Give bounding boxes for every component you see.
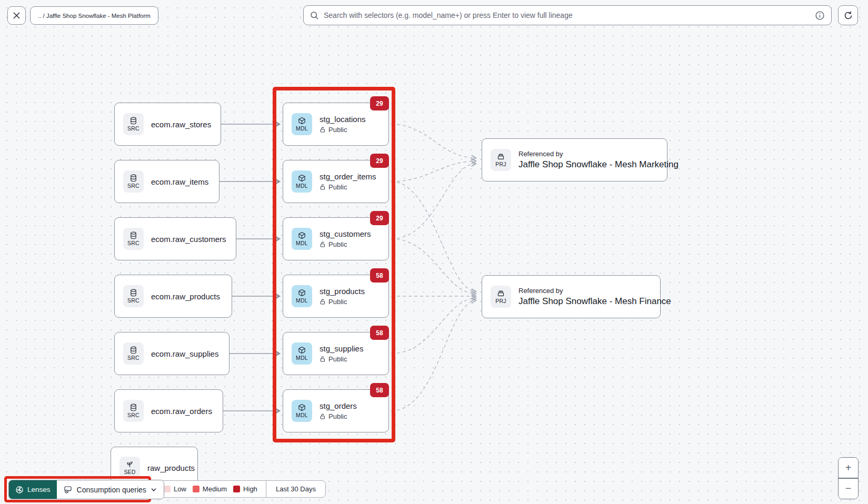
lock-open-icon: [320, 126, 326, 133]
legend-item-medium: Medium: [193, 485, 227, 493]
referenced-by-label: Referenced by: [518, 150, 679, 158]
lenses-button[interactable]: Lenses: [9, 480, 57, 499]
node-stg-customers[interactable]: 29 MDL stg_customers Public: [283, 217, 389, 260]
node-label: stg_locations: [320, 115, 366, 124]
project-icon: [497, 153, 505, 160]
resource-type-tile: SRC: [123, 285, 144, 307]
zoom-in-button[interactable]: +: [839, 458, 858, 478]
node-label: ecom.raw_products: [151, 292, 220, 301]
access-row: Public: [320, 412, 357, 420]
consumption-count-badge: 58: [370, 383, 389, 397]
resource-type-tile: MDL: [292, 228, 312, 250]
node-label: ecom.raw_supplies: [151, 349, 218, 358]
legend-item-low: Low: [164, 485, 186, 493]
model-cube-icon: [298, 289, 306, 297]
model-cube-icon: [298, 231, 306, 239]
node-label: ecom.raw_orders: [151, 407, 212, 416]
consumption-legend: Low Medium High Last 30 Days: [155, 480, 326, 498]
access-row: Public: [320, 355, 363, 363]
zoom-controls: + −: [838, 457, 859, 499]
node-ecom-raw-customers[interactable]: SRC ecom.raw_customers: [114, 217, 236, 260]
node-label: ecom.raw_stores: [151, 120, 211, 129]
resource-type-tile: SRC: [123, 170, 144, 193]
medium-swatch: [193, 486, 199, 492]
lock-open-icon: [320, 184, 326, 190]
resource-type-tile: SRC: [123, 228, 144, 250]
node-label: stg_supplies: [320, 344, 363, 353]
node-stg-order-items[interactable]: 29 MDL stg_order_items Public: [283, 160, 389, 203]
info-icon[interactable]: [815, 11, 825, 21]
access-row: Public: [320, 126, 366, 134]
resource-type-tile: PRJ: [491, 149, 511, 171]
node-label: raw_products: [147, 463, 195, 472]
resource-type-tile: MDL: [292, 170, 312, 193]
resource-type-tile: MDL: [292, 342, 312, 365]
database-icon: [129, 174, 137, 182]
node-ecom-raw-orders[interactable]: SRC ecom.raw_orders: [114, 389, 223, 432]
refresh-icon: [843, 11, 853, 21]
node-label: stg_products: [320, 287, 365, 296]
chevron-down-icon: [151, 487, 157, 493]
resource-type-tile: SRC: [123, 400, 144, 422]
lineage-app: { "topbar": { "breadcrumb": ".. / Jaffle…: [0, 0, 868, 504]
close-button[interactable]: [7, 6, 26, 25]
project-icon: [497, 289, 505, 297]
database-icon: [129, 289, 137, 297]
resource-type-tile: MDL: [292, 400, 312, 422]
search-input[interactable]: [324, 11, 810, 19]
low-swatch: [164, 486, 171, 492]
legend-items: Low Medium High: [155, 481, 266, 497]
node-stg-supplies[interactable]: 58 MDL stg_supplies Public: [283, 332, 389, 375]
resource-type-tile: SED: [119, 457, 140, 479]
node-stg-locations[interactable]: 29 MDL stg_locations Public: [283, 103, 389, 146]
access-row: Public: [320, 240, 371, 248]
node-ecom-raw-products[interactable]: SRC ecom.raw_products: [114, 275, 232, 318]
consumption-count-badge: 58: [370, 326, 389, 340]
node-project-mesh-finance[interactable]: PRJ Referenced by Jaffle Shop Snowflake …: [482, 275, 661, 318]
resource-type-tile: MDL: [292, 113, 312, 135]
breadcrumb[interactable]: .. / Jaffle Shop Snowflake - Mesh Platfo…: [30, 6, 158, 25]
search-icon: [310, 11, 319, 20]
node-ecom-raw-supplies[interactable]: SRC ecom.raw_supplies: [114, 332, 230, 375]
model-cube-icon: [298, 117, 306, 125]
search-bar[interactable]: [303, 5, 832, 25]
lock-open-icon: [320, 241, 326, 248]
lock-open-icon: [320, 298, 326, 305]
project-name: Jaffle Shop Snowflake - Mesh Marketing: [518, 159, 679, 170]
legend-item-high: High: [233, 485, 257, 493]
lens-icon: [15, 486, 24, 494]
consumption-count-badge: 29: [370, 96, 389, 110]
lens-bar: Lenses Consumption queries: [8, 480, 164, 499]
node-label: stg_order_items: [320, 172, 376, 181]
resource-type-tile: PRJ: [491, 286, 511, 308]
node-stg-orders[interactable]: 58 MDL stg_orders Public: [283, 389, 389, 432]
resource-type-tile: SRC: [123, 342, 144, 365]
model-cube-icon: [298, 174, 306, 182]
model-cube-icon: [298, 404, 306, 411]
referenced-by-label: Referenced by: [518, 287, 671, 295]
node-label: ecom.raw_items: [151, 177, 208, 186]
refresh-button[interactable]: [838, 5, 858, 25]
close-icon: [13, 12, 21, 19]
database-icon: [129, 346, 137, 354]
node-project-mesh-marketing[interactable]: PRJ Referenced by Jaffle Shop Snowflake …: [482, 138, 667, 182]
consumption-count-badge: 29: [370, 154, 389, 168]
high-swatch: [233, 486, 240, 492]
node-stg-products[interactable]: 58 MDL stg_products Public: [283, 275, 389, 318]
lock-open-icon: [320, 413, 326, 420]
zoom-out-button[interactable]: −: [839, 479, 858, 499]
node-ecom-raw-stores[interactable]: SRC ecom.raw_stores: [114, 103, 221, 146]
node-ecom-raw-items[interactable]: SRC ecom.raw_items: [114, 160, 220, 203]
resource-type-tile: SRC: [123, 113, 144, 135]
lens-selector[interactable]: Consumption queries: [57, 480, 164, 499]
consumption-queries-icon: [64, 485, 73, 494]
seed-icon: [126, 460, 134, 468]
time-range-label[interactable]: Last 30 Days: [266, 481, 325, 497]
database-icon: [129, 404, 137, 411]
resource-type-tile: MDL: [292, 285, 312, 307]
node-label: ecom.raw_customers: [151, 235, 226, 244]
lock-open-icon: [320, 356, 326, 362]
breadcrumb-label: .. / Jaffle Shop Snowflake - Mesh Platfo…: [38, 13, 151, 19]
consumption-count-badge: 58: [370, 268, 389, 283]
model-cube-icon: [298, 346, 306, 354]
